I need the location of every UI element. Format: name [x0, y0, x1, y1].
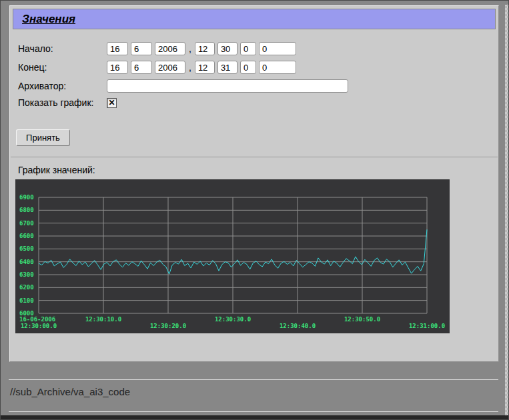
end-msecond-input[interactable] [259, 61, 296, 74]
graph-section-label: График значений: [18, 165, 95, 175]
window-bottom-edge [1, 415, 508, 419]
y-tick-label: 6100 [19, 297, 34, 304]
end-second-input[interactable] [240, 61, 256, 74]
x-tick-label: 12:30:30.0 [215, 316, 251, 323]
end-comma: , [189, 62, 191, 73]
statusbar-bottom-rule [9, 411, 498, 412]
value-graph: 6900680067006600650064006300620061006000… [15, 179, 450, 333]
end-minute-input[interactable] [217, 61, 237, 74]
x-tick-label: 12:30:00.0 [21, 323, 57, 329]
x-axis-date-label: 16-06-2006 [19, 316, 55, 323]
value-graph-svg: 6900680067006600650064006300620061006000… [15, 179, 450, 333]
y-tick-label: 6500 [19, 245, 34, 252]
x-tick-label: 12:30:20.0 [150, 323, 186, 329]
y-tick-label: 6300 [19, 271, 34, 278]
x-tick-label: 12:30:50.0 [344, 316, 380, 323]
y-tick-label: 6800 [19, 207, 34, 213]
begin-msecond-input[interactable] [259, 42, 296, 55]
begin-inputs: , [107, 42, 296, 55]
begin-second-input[interactable] [240, 42, 256, 55]
statusbar-path: //sub_Archive/va_ai3_code [10, 386, 130, 397]
main-panel: Значения Начало: , Конец: , [9, 5, 499, 362]
end-label: Конец: [18, 62, 107, 73]
end-hour-input[interactable] [195, 61, 215, 74]
x-tick-label: 12:30:40.0 [280, 323, 316, 329]
accept-button[interactable]: Принять [16, 129, 70, 146]
archiver-row: Архиватор: [18, 79, 490, 93]
show-graph-checkbox[interactable]: ✕ [107, 98, 117, 108]
show-graph-row: Показать график: ✕ [18, 97, 490, 109]
section-divider [11, 157, 498, 157]
window-edge-scroll-strip [505, 5, 508, 415]
values-window: Значения Начало: , Конец: , [0, 0, 509, 420]
x-tick-label: 12:31:00.0 [409, 323, 445, 329]
begin-day-input[interactable] [107, 42, 128, 55]
archiver-input[interactable] [107, 79, 348, 93]
end-row: Конец: , [18, 60, 490, 75]
begin-comma: , [189, 43, 191, 54]
page-title: Значения [22, 13, 75, 26]
begin-month-input[interactable] [131, 42, 152, 55]
archiver-label: Архиватор: [18, 81, 107, 91]
begin-label: Начало: [18, 43, 107, 54]
end-day-input[interactable] [107, 61, 128, 74]
x-tick-label: 12:30:10.0 [85, 316, 121, 323]
end-month-input[interactable] [131, 61, 152, 74]
statusbar-top-rule [9, 379, 498, 380]
begin-minute-input[interactable] [217, 42, 237, 55]
y-tick-label: 6900 [19, 194, 34, 201]
y-tick-label: 6700 [19, 220, 34, 227]
begin-year-input[interactable] [155, 42, 185, 55]
page-header: Значения [13, 9, 496, 29]
show-graph-label: Показать график: [18, 97, 107, 108]
end-year-input[interactable] [155, 61, 185, 74]
begin-row: Начало: , [18, 41, 490, 56]
begin-hour-input[interactable] [195, 42, 215, 55]
y-tick-label: 6400 [19, 259, 34, 265]
end-inputs: , [107, 61, 296, 74]
y-tick-label: 6600 [19, 233, 34, 239]
y-tick-label: 6200 [19, 284, 34, 291]
